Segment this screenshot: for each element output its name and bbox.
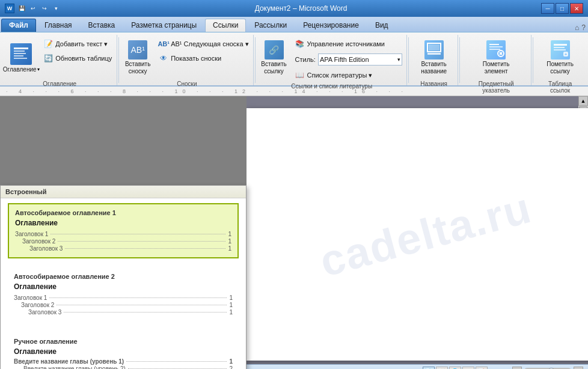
zoom-out-btn[interactable]: − (512, 367, 522, 370)
quick-access-toolbar: 💾 ↩ ↪ ▾ (17, 4, 61, 13)
add-text-icon: 📝 (43, 39, 53, 49)
view-outline-btn[interactable]: ≡ (462, 367, 474, 370)
ribbon-group-toc: Оглавление ▾ 📝 Добавить текст ▾ 🔄 Обнови… (2, 35, 117, 85)
footnotes-group-label: Сноски (177, 79, 197, 88)
mark-citation-label: Пометить ссылку (544, 61, 577, 75)
bibliography-button[interactable]: 📖 Список литературы ▾ (292, 69, 405, 82)
ribbon-group-index: Пометить элемент Предметный указатель (461, 35, 531, 85)
main-area: Встроенный Автособираемое оглавление 1 О… (0, 96, 588, 364)
redo-quickbtn[interactable]: ↪ (40, 4, 49, 13)
add-text-button[interactable]: 📝 Добавить текст ▾ (40, 37, 115, 50)
style-selector[interactable]: Стиль: APA Fifth Edition ▾ (292, 52, 405, 67)
footnotes-group-content: AB¹ Вставить сноску AB¹ AB¹ Следующая сн… (122, 36, 251, 79)
insert-caption-button[interactable]: Вставить название (416, 36, 452, 79)
insert-citation-icon: 🔗 (265, 40, 284, 59)
bibliography-icon: 📖 (295, 70, 305, 80)
tab-insert[interactable]: Вставка (81, 19, 123, 32)
window-controls: ─ □ ✕ (541, 3, 583, 14)
auto-toc2-preview[interactable]: Автособираемое оглавление 2 Оглавление З… (8, 268, 239, 321)
manage-sources-button[interactable]: 📚 Управление источниками (292, 37, 405, 50)
insert-citation-button[interactable]: 🔗 Вставитьссылку (259, 36, 290, 79)
auto-toc2-heading: Оглавление (14, 282, 233, 291)
tab-review[interactable]: Рецензирование (295, 19, 367, 32)
scroll-up-arrow[interactable]: ▲ (578, 96, 588, 106)
svg-rect-2 (14, 53, 26, 54)
undo-quickbtn[interactable]: ↩ (28, 4, 38, 13)
toc-button[interactable]: Оглавление ▾ (4, 36, 38, 79)
svg-rect-1 (14, 50, 25, 52)
sep1 (118, 37, 119, 83)
toc-group-content: Оглавление ▾ 📝 Добавить текст ▾ 🔄 Обнови… (4, 36, 115, 79)
toc-label: Оглавление (3, 66, 37, 73)
tab-view[interactable]: Вид (367, 19, 396, 32)
mark-entry-label: Пометить элемент (480, 61, 512, 75)
toc2-entry-3: Заголовок 3 1 (14, 309, 233, 316)
next-footnote-icon: AB¹ (159, 39, 168, 49)
manual-toc-title: Ручное оглавление (14, 338, 233, 347)
ruler-marks: · 4 · · · 6 · · · 8 · · · 10 · · · 12 · … (6, 88, 408, 94)
mark-entry-button[interactable]: Пометить элемент (478, 36, 514, 79)
mark-citation-button[interactable]: + Пометить ссылку (542, 36, 578, 79)
manual-toc-preview[interactable]: Ручное оглавление Оглавление Введите наз… (8, 333, 239, 369)
zoom-control: 60% − + (497, 367, 583, 370)
minimize-button[interactable]: ─ (541, 3, 554, 14)
ribbon-body: Оглавление ▾ 📝 Добавить текст ▾ 🔄 Обнови… (0, 32, 588, 87)
maximize-button[interactable]: □ (556, 3, 569, 14)
ribbon-group-cit-table: + Пометить ссылку Таблица ссылок (534, 35, 586, 85)
toc1-entry-2: Заголовок 2 1 (15, 238, 231, 245)
index-group-content: Пометить элемент (478, 36, 514, 79)
tab-file[interactable]: Файл (1, 19, 36, 32)
svg-rect-9 (489, 46, 503, 47)
auto-toc2-title: Автособираемое оглавление 2 (14, 273, 233, 282)
dropdown-header: Встроенный (1, 186, 246, 198)
view-draft-btn[interactable]: 📝 (476, 367, 488, 370)
toc2-entry-2: Заголовок 2 1 (14, 302, 233, 308)
title-bar-left: W 💾 ↩ ↪ ▾ (5, 4, 61, 13)
auto-toc1-heading: Оглавление (15, 219, 231, 227)
quickaccess-more[interactable]: ▾ (51, 4, 61, 13)
tab-mailings[interactable]: Рассылки (247, 19, 295, 32)
ribbon-options[interactable]: ? (581, 23, 586, 32)
show-notes-button[interactable]: 👁 Показать сноски (156, 52, 251, 65)
svg-rect-8 (489, 44, 499, 45)
close-button[interactable]: ✕ (570, 3, 583, 14)
update-table-icon: 🔄 (43, 53, 53, 63)
citations-small-buttons: 📚 Управление источниками Стиль: APA Fift… (292, 36, 405, 82)
auto-toc1-preview[interactable]: Автособираемое оглавление 1 Оглавление З… (8, 203, 239, 258)
ribbon-group-captions: Вставить название Названия (410, 35, 458, 85)
ribbon-help[interactable]: ⌂ (575, 23, 579, 32)
sep3 (408, 37, 409, 83)
sep2 (255, 37, 256, 83)
document-page: cadelta.ru (247, 108, 588, 361)
next-footnote-button[interactable]: AB¹ AB¹ Следующая сноска ▾ (156, 37, 251, 50)
svg-rect-4 (14, 58, 27, 59)
mark-citation-icon: + (551, 40, 570, 59)
svg-rect-7 (427, 53, 441, 55)
insert-footnote-label: Вставить сноску (124, 61, 152, 75)
tab-references[interactable]: Ссылки (205, 19, 246, 32)
title-bar: W 💾 ↩ ↪ ▾ Документ2 – Microsoft Word ─ □… (0, 0, 588, 17)
view-fullscreen-btn[interactable]: ⬜ (436, 367, 448, 370)
mark-entry-icon (486, 40, 506, 59)
manual-toc-entry-2: Введите название главы (уровень 2) 2 (14, 365, 233, 369)
save-quickbtn[interactable]: 💾 (17, 4, 26, 13)
view-web-btn[interactable]: 🌐 (449, 367, 461, 370)
window-title: Документ2 – Microsoft Word (61, 4, 541, 13)
ribbon-group-citations: 🔗 Вставитьссылку 📚 Управление источникам… (257, 35, 407, 85)
cit-table-group-content: + Пометить ссылку (542, 36, 578, 79)
view-print-btn[interactable]: 📄 (423, 367, 435, 370)
svg-rect-3 (14, 55, 23, 56)
style-dropdown[interactable]: APA Fifth Edition ▾ (318, 53, 402, 66)
svg-rect-0 (14, 47, 28, 49)
insert-footnote-button[interactable]: AB¹ Вставить сноску (122, 36, 153, 79)
toc-group-label: Оглавление (43, 79, 76, 88)
word-icon: W (5, 4, 14, 13)
tab-home[interactable]: Главная (37, 19, 80, 32)
section-auto-toc1: Автособираемое оглавление 1 Оглавление З… (1, 198, 246, 263)
update-table-button[interactable]: 🔄 Обновить таблицу (40, 52, 115, 65)
toc1-entry-1: Заголовок 1 1 (15, 231, 231, 237)
auto-toc1-title: Автособираемое оглавление 1 (15, 209, 231, 219)
svg-text:+: + (565, 52, 567, 56)
tab-layout[interactable]: Разметка страницы (123, 19, 204, 32)
zoom-in-btn[interactable]: + (574, 367, 583, 370)
